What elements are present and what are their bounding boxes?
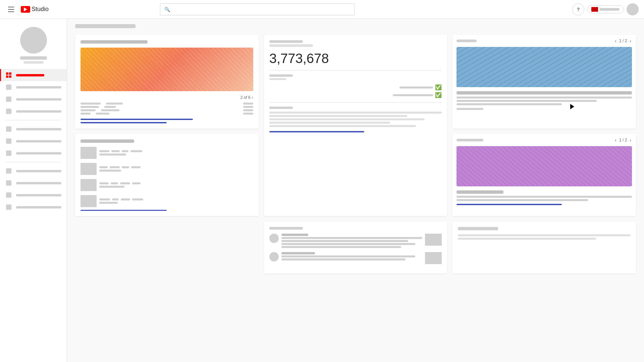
card7-avatar-2 bbox=[269, 252, 279, 261]
card4-mid-title bbox=[269, 107, 293, 109]
sidebar-icon-9 bbox=[5, 180, 12, 186]
stat-row-1 bbox=[80, 103, 253, 105]
card6-next-button[interactable]: › bbox=[629, 137, 632, 143]
card1-pagination-text: 2 of 6 bbox=[240, 95, 251, 100]
sidebar-item-3[interactable] bbox=[0, 93, 67, 105]
flag-icon bbox=[591, 7, 598, 12]
youtube-logo: Studio bbox=[21, 6, 49, 13]
card1-thumbnail bbox=[80, 48, 253, 91]
card6-pagination: ‹ 1 / 2 › bbox=[614, 137, 632, 143]
card6-sub-bar-2 bbox=[457, 199, 588, 201]
card6-nav: ‹ 1 / 2 › bbox=[452, 134, 636, 146]
dashboard-icon bbox=[5, 72, 12, 78]
sidebar-item-7[interactable] bbox=[0, 147, 67, 159]
card7-avatar-1 bbox=[269, 234, 279, 243]
progress-bar-2 bbox=[80, 122, 167, 123]
help-button[interactable]: ? bbox=[572, 3, 584, 15]
card7-name-1 bbox=[281, 234, 308, 236]
card4-check-row-2: ✅ bbox=[269, 92, 442, 98]
card3-pagination: ‹ 1 / 2 › bbox=[614, 38, 632, 44]
sidebar-item-label-2 bbox=[16, 86, 61, 88]
card7-text-2a bbox=[281, 255, 416, 257]
sidebar-item-11[interactable] bbox=[0, 201, 67, 213]
card4-stat-sub-1 bbox=[269, 78, 286, 80]
card-analytics: 3,773,678 ✅ ✅ bbox=[264, 35, 447, 216]
card5-info-2 bbox=[99, 166, 253, 172]
search-bar[interactable]: 🔍 bbox=[160, 3, 355, 15]
stat-row-2 bbox=[80, 106, 253, 108]
card6-prev-button[interactable]: ‹ bbox=[614, 137, 617, 143]
sidebar-item-label-4 bbox=[16, 110, 61, 113]
card5-title-bar-2 bbox=[99, 170, 121, 172]
card3-next-button[interactable]: › bbox=[629, 38, 632, 44]
main-layout: 2 of 6 › bbox=[0, 19, 644, 362]
card7-text-1d bbox=[281, 246, 401, 248]
card4-label bbox=[269, 40, 303, 43]
card5-info-bars-4 bbox=[99, 198, 253, 200]
sidebar-icon-2 bbox=[5, 84, 12, 90]
header: Studio 🔍 ? bbox=[0, 0, 644, 19]
studio-wordmark: Studio bbox=[32, 6, 49, 13]
sidebar-icon-11 bbox=[5, 204, 12, 210]
account-switcher[interactable] bbox=[587, 5, 624, 13]
card7-title bbox=[269, 227, 303, 230]
card6-thumbnail bbox=[457, 146, 632, 186]
card6-pagination-text: 1 / 2 bbox=[619, 138, 627, 142]
card4-bars-group bbox=[269, 112, 442, 127]
card5-row-4 bbox=[80, 195, 253, 207]
stat-value-2 bbox=[104, 106, 116, 108]
stat-value-1 bbox=[106, 103, 123, 105]
menu-button[interactable] bbox=[5, 4, 17, 15]
card4-check-row-1: ✅ bbox=[269, 84, 442, 90]
header-right: ? bbox=[572, 3, 639, 15]
card5-thumb-4 bbox=[80, 195, 97, 207]
profile-avatar bbox=[20, 27, 47, 54]
card-comments bbox=[264, 222, 447, 274]
card5-bar-likes-2 bbox=[110, 166, 120, 168]
card1-next-icon[interactable]: › bbox=[252, 95, 253, 100]
search-input[interactable] bbox=[173, 7, 350, 12]
card-top-right: ‹ 1 / 2 › bbox=[452, 35, 636, 129]
sidebar-item-label-dashboard bbox=[16, 74, 44, 76]
card1-progress bbox=[80, 119, 253, 123]
card5-title-bar-4 bbox=[99, 202, 118, 204]
card3-note-bar bbox=[457, 108, 483, 110]
card7-comment-1 bbox=[269, 234, 442, 248]
sidebar-item-2[interactable] bbox=[0, 81, 67, 93]
sidebar-item-8[interactable] bbox=[0, 165, 67, 177]
card5-bar-likes-3 bbox=[111, 182, 118, 184]
sidebar-icon-10 bbox=[5, 192, 12, 198]
card8-bar-1 bbox=[458, 234, 631, 236]
card1-stats bbox=[80, 103, 253, 115]
stat-num-2 bbox=[243, 106, 253, 108]
card5-title bbox=[80, 139, 134, 143]
card3-pagination-text: 1 / 2 bbox=[619, 39, 627, 43]
sidebar-item-label-10 bbox=[16, 194, 61, 196]
card5-bar-views-4 bbox=[99, 198, 110, 200]
sidebar-item-5[interactable] bbox=[0, 123, 67, 135]
stat-label-1 bbox=[80, 103, 101, 105]
sidebar-item-6[interactable] bbox=[0, 135, 67, 147]
sidebar-item-dashboard[interactable] bbox=[0, 69, 67, 81]
card5-thumb-3 bbox=[80, 179, 97, 191]
sidebar-icon-6 bbox=[5, 138, 12, 144]
sidebar-item-4[interactable] bbox=[0, 105, 67, 117]
profile-subtitle bbox=[23, 61, 44, 64]
sidebar-item-10[interactable] bbox=[0, 189, 67, 201]
card5-thumb-1 bbox=[80, 147, 97, 159]
card5-bar-comments-3 bbox=[120, 182, 130, 184]
profile-name bbox=[20, 56, 47, 60]
sidebar-item-label-9 bbox=[16, 182, 61, 184]
card4-bar-5 bbox=[269, 125, 416, 127]
check-bar-1 bbox=[399, 86, 433, 88]
user-avatar[interactable] bbox=[627, 3, 639, 15]
sidebar-item-9[interactable] bbox=[0, 177, 67, 189]
cards-grid: 2 of 6 › bbox=[75, 35, 636, 274]
card5-bar-subs-3 bbox=[132, 182, 141, 184]
card3-thumbnail bbox=[457, 47, 632, 87]
card3-prev-button[interactable]: ‹ bbox=[614, 38, 617, 44]
card5-row-1 bbox=[80, 147, 253, 159]
card5-row-3 bbox=[80, 179, 253, 191]
card4-prog-bar bbox=[269, 131, 364, 132]
card4-bar-4 bbox=[269, 122, 390, 124]
